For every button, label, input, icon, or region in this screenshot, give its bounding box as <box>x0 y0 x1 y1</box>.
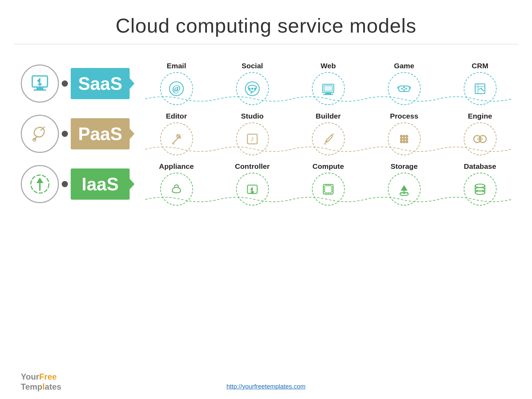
logo: YourFree Templates <box>21 372 61 392</box>
iaas-label: IaaS <box>71 168 130 200</box>
svg-rect-1 <box>36 88 43 89</box>
saas-dot <box>62 80 68 87</box>
svg-point-44 <box>403 140 405 143</box>
svg-text:♪: ♪ <box>251 134 254 143</box>
svg-point-20 <box>403 89 405 91</box>
svg-text:@: @ <box>172 83 180 94</box>
svg-text:CO: CO <box>477 137 483 141</box>
iaas-circle-icon <box>21 165 59 203</box>
svg-point-11 <box>251 88 253 90</box>
logo-l: l <box>42 382 45 391</box>
paas-services: Editor Studio <box>145 112 511 155</box>
svg-point-42 <box>405 138 408 140</box>
paas-row: PaaS Editor <box>21 112 511 155</box>
saas-label: SaaS <box>71 68 130 99</box>
svg-point-72 <box>475 184 485 188</box>
svg-point-39 <box>405 135 408 138</box>
svg-rect-14 <box>324 86 332 91</box>
saas-row: SaaS Email @ Social <box>21 62 511 105</box>
svg-point-21 <box>405 88 407 89</box>
logo-your: Your <box>21 372 39 381</box>
paas-label: PaaS <box>71 118 130 149</box>
paas-left: PaaS <box>21 115 140 153</box>
logo-temp: Temp <box>21 382 42 391</box>
svg-point-75 <box>475 188 485 191</box>
svg-marker-49 <box>36 177 43 183</box>
iaas-dot <box>62 181 68 187</box>
iaas-services: Appliance Controller <box>145 162 511 206</box>
footer-link-container: http://yourfreetemplates.com <box>226 383 305 390</box>
logo-free: Free <box>39 372 57 381</box>
svg-marker-70 <box>401 185 408 191</box>
svg-point-19 <box>403 86 405 88</box>
svg-line-35 <box>326 140 328 142</box>
iaas-row: IaaS Appliance Controller <box>21 162 511 206</box>
saas-services: Email @ Social <box>145 62 511 105</box>
iaas-left: IaaS <box>21 165 140 203</box>
footer-link[interactable]: http://yourfreetemplates.com <box>226 383 305 390</box>
svg-point-43 <box>400 140 403 143</box>
svg-point-41 <box>403 138 405 140</box>
saas-circle-icon <box>21 64 59 103</box>
page-title: Cloud computing service models <box>0 0 532 44</box>
svg-line-25 <box>481 89 483 91</box>
svg-point-40 <box>400 138 403 140</box>
svg-point-45 <box>405 140 408 143</box>
svg-point-38 <box>403 135 405 138</box>
svg-rect-2 <box>34 89 46 91</box>
svg-point-37 <box>400 135 403 138</box>
section-divider <box>14 44 518 44</box>
main-content: SaaS Email @ Social <box>0 55 532 206</box>
svg-point-18 <box>401 88 403 89</box>
logo-ates: ates <box>45 382 61 391</box>
paas-dot <box>62 131 68 137</box>
svg-marker-6 <box>37 84 42 86</box>
saas-left: SaaS <box>21 64 140 103</box>
svg-rect-57 <box>325 186 332 193</box>
paas-circle-icon <box>21 115 59 153</box>
